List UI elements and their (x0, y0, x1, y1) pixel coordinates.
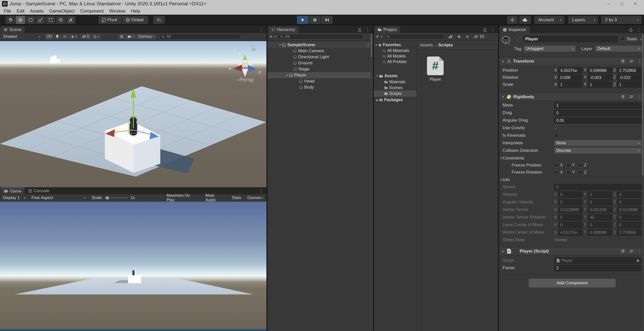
menu-component[interactable]: Component (78, 9, 106, 14)
active-checkbox[interactable]: ✓ (516, 37, 521, 41)
game-viewport[interactable] (0, 202, 266, 331)
slider-track[interactable] (104, 198, 128, 198)
hierarchy-item-ground[interactable]: Ground (267, 60, 373, 66)
script-enabled-checkbox[interactable]: ✓ (513, 249, 518, 254)
move-tool-button[interactable] (16, 16, 25, 24)
favorites-all-prefabs[interactable]: All Prefabs (374, 59, 416, 65)
scrollbar[interactable] (642, 34, 644, 330)
project-content-area[interactable]: # Player (417, 49, 498, 331)
folder-scenes[interactable]: Scenes (374, 85, 416, 91)
menu-gameobject[interactable]: GameObject (47, 9, 77, 14)
search-by-type-button[interactable] (446, 33, 455, 40)
foldout-icon[interactable]: ▼ (502, 250, 505, 253)
menu-file[interactable]: File (2, 9, 13, 14)
tab-game[interactable]: Game (1, 188, 25, 194)
lighting-toggle[interactable] (54, 34, 61, 40)
foldout-icon[interactable]: ▼ (375, 43, 378, 46)
scene-visibility-toggle[interactable]: 0 (80, 34, 91, 40)
kebab-icon[interactable]: ⋮ (637, 95, 641, 99)
breadcrumb-current[interactable]: Scripts (438, 43, 453, 48)
preset-manager-button[interactable] (507, 16, 518, 24)
help-icon[interactable]: ? (621, 94, 625, 99)
assets-root[interactable]: ▼ Assets (374, 73, 416, 79)
kebab-icon[interactable]: ⋮ (637, 28, 641, 32)
lock-open-icon[interactable] (483, 28, 487, 32)
menu-assets[interactable]: Assets (28, 9, 46, 14)
rotation-x-field[interactable]: 0.009 (558, 74, 583, 81)
scale-z-field[interactable]: 1 (617, 81, 641, 88)
project-search-input[interactable] (384, 34, 445, 39)
close-icon[interactable]: ✕ (634, 2, 637, 6)
packages-root[interactable]: ▶ Packages (374, 97, 416, 103)
collision-detection-dropdown[interactable]: Discrete▾ (554, 148, 641, 154)
scene-tools-button[interactable] (118, 34, 126, 40)
hierarchy-search-input[interactable]: All (278, 34, 363, 39)
game-gizmos-dropdown[interactable]: Gizmos▾ (244, 194, 266, 201)
position-y-field[interactable]: 0.599986 (588, 67, 612, 74)
help-icon[interactable]: ? (621, 249, 625, 254)
object-picker-icon[interactable]: ◉ (636, 258, 639, 263)
hidden-packages-toggle[interactable]: 10 (472, 33, 486, 40)
foldout-icon[interactable]: ▼ (286, 74, 289, 77)
tab-scene[interactable]: Scene (1, 26, 25, 33)
favorite-search-button[interactable]: ★ (463, 33, 472, 40)
scale-tool-button[interactable] (36, 16, 45, 24)
effects-dropdown[interactable]: ▾ (69, 34, 79, 40)
use-gravity-checkbox[interactable]: ✓ (554, 126, 559, 130)
kebab-icon[interactable]: ⋮ (259, 189, 263, 193)
pause-button[interactable] (309, 16, 321, 24)
hierarchy-item-directional-light[interactable]: Directional Light (267, 54, 373, 60)
scene-gizmos-dropdown[interactable]: Gizmos▾ (136, 34, 156, 40)
lock-open-icon[interactable] (629, 28, 633, 32)
rotate-tool-button[interactable] (26, 16, 35, 24)
layers-dropdown[interactable]: Layers ▾ (568, 16, 598, 24)
transform-tool-button[interactable] (56, 16, 66, 24)
scene-search-input[interactable]: All (159, 34, 241, 39)
scene-viewport[interactable]: y x z ‹ Persp (0, 41, 266, 187)
player-script-header[interactable]: ▼ # ✓ Player (Script) ? ⋮ (499, 247, 644, 255)
pivot-toggle[interactable]: Pivot (98, 16, 121, 24)
kebab-icon[interactable]: ⋮ (637, 59, 641, 63)
lock-open-icon[interactable] (358, 28, 361, 32)
layer-dropdown[interactable]: Default▾ (595, 46, 642, 52)
tab-project[interactable]: Project (374, 26, 400, 33)
aspect-dropdown[interactable]: Free Aspect▾ (28, 194, 88, 201)
layout-dropdown[interactable]: 2 by 3 ▾ (601, 16, 642, 24)
grid-snap-button[interactable] (153, 16, 165, 24)
freeze-position-x-checkbox[interactable] (554, 163, 559, 168)
script-reference-field[interactable]: # Player ◉ (554, 257, 641, 264)
step-button[interactable] (321, 16, 333, 24)
minimize-icon[interactable]: ─ (607, 2, 610, 6)
tab-inspector[interactable]: Inspector (500, 26, 530, 33)
account-dropdown[interactable]: Account ▾ (534, 16, 564, 24)
favorites-all-materials[interactable]: All Materials (374, 48, 416, 54)
cloud-button[interactable] (519, 16, 531, 24)
axis-label-y[interactable]: y (238, 50, 241, 56)
breadcrumb-root[interactable]: Assets (420, 43, 433, 48)
hierarchy-item-head[interactable]: Head (267, 78, 373, 84)
hand-tool-button[interactable] (6, 16, 15, 24)
scene-root-row[interactable]: ▼ SampleScene ⋮ (267, 42, 373, 48)
rigidbody-header[interactable]: ▼ Rigidbody ? ⋮ (499, 93, 644, 101)
tag-dropdown[interactable]: Untagged▾ (524, 46, 576, 52)
create-object-button[interactable]: +▾ (267, 33, 278, 40)
position-z-field[interactable]: 2.753956 (617, 67, 641, 74)
audio-toggle[interactable] (61, 34, 69, 40)
scale-x-field[interactable]: 1 (558, 81, 583, 88)
preset-icon[interactable] (629, 249, 633, 253)
menu-window[interactable]: Window (107, 9, 128, 14)
foldout-icon[interactable]: ▶ (376, 98, 379, 102)
static-checkbox[interactable] (621, 37, 625, 41)
kebab-icon[interactable]: ⋮ (491, 28, 495, 32)
constraints-foldout[interactable]: ▼ Constraints (503, 155, 641, 162)
mute-audio-toggle[interactable]: Mute Audio (202, 194, 229, 201)
add-component-button[interactable]: Add Component (529, 279, 616, 287)
rotation-y-field[interactable]: -0.003 (588, 74, 612, 81)
gameobject-name-field[interactable]: Player (523, 36, 618, 42)
rotation-z-field[interactable]: -0.022 (617, 74, 641, 81)
drag-field[interactable]: 0 (554, 110, 641, 116)
axis-label-x[interactable]: x (229, 66, 231, 71)
2d-toggle[interactable]: 2D (45, 34, 54, 40)
slider-thumb[interactable] (106, 196, 109, 200)
menu-edit[interactable]: Edit (14, 9, 27, 14)
